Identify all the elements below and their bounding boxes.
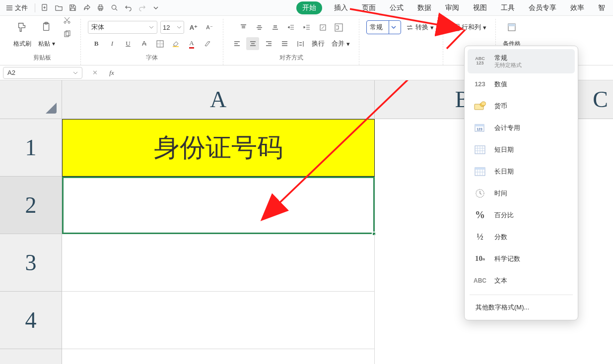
fill-color-icon[interactable]	[169, 37, 182, 50]
main-tabs: 开始 插入 页面 公式 数据 审阅 视图 工具 会员专享 效率 智	[296, 1, 610, 14]
align-bottom-icon[interactable]	[269, 21, 282, 34]
align-center-icon[interactable]	[246, 37, 259, 50]
cell-A2-selected[interactable]	[62, 177, 375, 234]
tab-data[interactable]: 数据	[415, 1, 433, 14]
align-top-icon[interactable]	[237, 21, 250, 34]
merge-button[interactable]: 合并 ▾	[330, 38, 352, 49]
text-icon: ABC	[473, 275, 487, 287]
wrap-text-icon[interactable]	[333, 21, 345, 34]
font-size-combo[interactable]: 12	[160, 21, 184, 34]
tab-vip[interactable]: 会员专享	[527, 1, 558, 14]
print-icon[interactable]	[95, 2, 106, 13]
wrap-button[interactable]: 换行	[310, 38, 327, 49]
nf-long-date[interactable]: 长日期	[468, 161, 575, 182]
tab-tools[interactable]: 工具	[499, 1, 517, 14]
number-format-combo[interactable]: 常规	[366, 20, 401, 34]
cell-A1[interactable]: 身份证号码	[62, 119, 375, 177]
row-header-1[interactable]: 1	[0, 119, 62, 177]
increase-indent-icon[interactable]	[301, 21, 314, 34]
tab-insert[interactable]: 插入	[332, 1, 350, 14]
paste-button[interactable]	[36, 21, 58, 33]
nf-short-date[interactable]: 短日期	[468, 139, 575, 161]
nf-general[interactable]: ABC123 常规无特定格式	[468, 49, 575, 73]
font-group-label: 字体	[146, 54, 158, 62]
chevron-down-icon[interactable]	[389, 21, 398, 34]
tab-view[interactable]: 视图	[471, 1, 489, 14]
cut-icon[interactable]	[61, 14, 73, 27]
decrease-indent-icon[interactable]	[285, 21, 298, 34]
group-font: 宋体 12 A⁺ A⁻ B I U A̶ A 字体	[81, 19, 223, 65]
nf-percent[interactable]: % 百分比	[468, 204, 575, 226]
tab-start[interactable]: 开始	[296, 1, 322, 14]
align-right-icon[interactable]	[262, 37, 275, 50]
clear-format-icon[interactable]	[201, 37, 214, 50]
row-header-5[interactable]: 5	[0, 349, 62, 364]
accounting-icon: 123	[473, 122, 487, 134]
strikethrough-icon[interactable]: A̶	[137, 37, 150, 50]
nf-scientific-label: 科学记数	[494, 254, 520, 263]
share-icon[interactable]	[81, 2, 92, 13]
nf-text[interactable]: ABC 文本	[468, 270, 575, 292]
name-box[interactable]: A2	[3, 67, 82, 79]
rowcol-icon	[452, 24, 460, 31]
nf-fraction[interactable]: ½ 分数	[468, 226, 575, 248]
row-header-4[interactable]: 4	[0, 292, 62, 349]
group-clipboard: 格式刷 粘贴 ▾ 剪贴板	[4, 19, 81, 65]
font-name-value: 宋体	[91, 23, 104, 32]
select-all-corner[interactable]	[0, 80, 62, 119]
redo-icon[interactable]	[136, 2, 147, 13]
row-col-button[interactable]: 行和列 ▾	[450, 22, 488, 33]
scientific-icon: 10n	[473, 253, 487, 265]
nf-time[interactable]: 时间	[468, 182, 575, 204]
font-color-icon[interactable]: A	[185, 37, 198, 50]
row-header-3[interactable]: 3	[0, 234, 62, 292]
justify-icon[interactable]	[278, 37, 291, 50]
format-painter-button[interactable]	[11, 21, 33, 33]
col-header-A[interactable]: A	[62, 80, 375, 119]
convert-button[interactable]: 转换 ▾	[404, 22, 436, 33]
font-name-combo[interactable]: 宋体	[88, 21, 157, 34]
undo-icon[interactable]	[123, 2, 134, 13]
hamburger-icon	[6, 4, 13, 11]
tab-formula[interactable]: 公式	[388, 1, 406, 14]
paste-label: 粘贴 ▾	[38, 40, 55, 48]
fx-icon[interactable]: fx	[105, 66, 118, 79]
nf-more-formats[interactable]: 其他数字格式(M)...	[468, 298, 575, 317]
cell-A5[interactable]	[62, 349, 375, 364]
number-group-label	[400, 54, 402, 61]
bold-icon[interactable]: B	[90, 37, 103, 50]
row-header-2[interactable]: 2	[0, 177, 62, 234]
decrease-font-icon[interactable]: A⁻	[203, 21, 216, 34]
nf-general-sub: 无特定格式	[494, 62, 522, 68]
top-menu-bar: 文件 开始 插入 页面 公式 数据 审阅 视图 工具 会员专享 效率 智	[0, 0, 613, 16]
tab-page[interactable]: 页面	[360, 1, 378, 14]
border-icon[interactable]	[153, 37, 166, 50]
cancel-fx-icon[interactable]: ✕	[88, 66, 101, 79]
italic-icon[interactable]: I	[106, 37, 119, 50]
print-preview-icon[interactable]	[109, 2, 120, 13]
nf-currency[interactable]: 货币	[468, 95, 575, 117]
tab-review[interactable]: 审阅	[443, 1, 461, 14]
cell-A4[interactable]	[62, 292, 375, 349]
tab-efficiency[interactable]: 效率	[568, 1, 586, 14]
tab-smart[interactable]: 智	[596, 1, 607, 14]
svg-text:123: 123	[477, 127, 482, 131]
new-icon[interactable]	[39, 2, 50, 13]
orientation-icon[interactable]	[317, 21, 330, 34]
qat-more-icon[interactable]	[150, 2, 161, 13]
align-middle-icon[interactable]	[253, 21, 266, 34]
cell-A3[interactable]	[62, 234, 375, 292]
align-left-icon[interactable]	[230, 37, 243, 50]
nf-text-label: 文本	[494, 276, 507, 285]
nf-accounting[interactable]: 123 会计专用	[468, 117, 575, 139]
open-icon[interactable]	[53, 2, 64, 13]
cell-style-icon[interactable]	[505, 21, 518, 34]
file-menu[interactable]: 文件	[3, 3, 31, 12]
increase-font-icon[interactable]: A⁺	[187, 21, 200, 34]
underline-icon[interactable]: U	[122, 37, 135, 50]
nf-number[interactable]: 123 数值	[468, 73, 575, 95]
nf-scientific[interactable]: 10n 科学记数	[468, 248, 575, 270]
svg-rect-3	[99, 8, 102, 10]
save-icon[interactable]	[67, 2, 78, 13]
distribute-icon[interactable]	[294, 37, 307, 50]
